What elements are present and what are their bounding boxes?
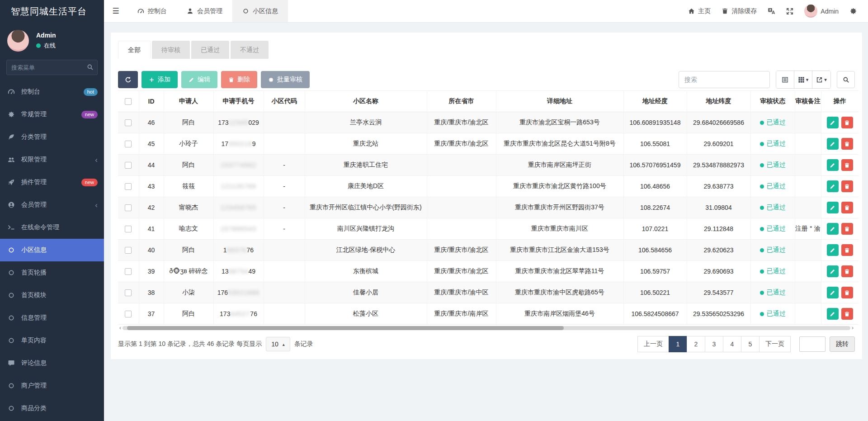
- row-checkbox[interactable]: [125, 311, 132, 317]
- row-checkbox[interactable]: [125, 141, 132, 147]
- row-delete-button[interactable]: [841, 159, 853, 171]
- row-edit-button[interactable]: [827, 287, 839, 298]
- scroll-right-icon[interactable]: ›: [850, 325, 855, 331]
- sidebar-item[interactable]: 首页模块: [0, 284, 104, 307]
- row-delete-button[interactable]: [841, 138, 853, 150]
- select-all-checkbox[interactable]: [125, 98, 132, 105]
- longitude-cell: 108.22674: [623, 197, 687, 218]
- row-edit-button[interactable]: [827, 223, 839, 235]
- row-delete-button[interactable]: [841, 223, 853, 235]
- delete-button[interactable]: 删除: [221, 71, 257, 88]
- sidebar-item[interactable]: 信息管理: [0, 307, 104, 329]
- filter-tab[interactable]: 全部: [118, 41, 151, 59]
- row-edit-button[interactable]: [827, 138, 839, 150]
- latitude-cell: 31.09804: [687, 197, 750, 218]
- export-button[interactable]: ▾: [812, 71, 830, 88]
- row-checkbox[interactable]: [125, 268, 132, 275]
- next-page-button[interactable]: 下一页: [759, 336, 791, 352]
- columns-button[interactable]: ▾: [794, 71, 812, 88]
- sidebar-item[interactable]: 首页轮播: [0, 261, 104, 284]
- detail-view-button[interactable]: [776, 71, 794, 88]
- latitude-cell: 29.690693: [687, 261, 750, 282]
- filter-tab[interactable]: 不通过: [231, 41, 269, 59]
- applicant-cell: 阿白: [164, 240, 213, 261]
- search-toggle-button[interactable]: [837, 71, 855, 88]
- refresh-button[interactable]: [118, 71, 138, 88]
- sidebar-item[interactable]: 单页内容: [0, 329, 104, 352]
- menu-toggle-icon[interactable]: ☰: [104, 0, 127, 22]
- fullscreen-icon[interactable]: [786, 8, 793, 15]
- scrollbar-track[interactable]: [123, 326, 850, 330]
- menu-search-input[interactable]: [6, 60, 98, 75]
- scrollbar-thumb[interactable]: [127, 326, 564, 330]
- page-number-button[interactable]: 4: [723, 336, 741, 352]
- settings-gear-icon[interactable]: [849, 7, 857, 15]
- row-edit-button[interactable]: [827, 308, 839, 320]
- row-delete-button[interactable]: [841, 180, 853, 192]
- row-edit-button[interactable]: [827, 244, 839, 256]
- row-edit-button[interactable]: [827, 265, 839, 277]
- scroll-left-icon[interactable]: ‹: [118, 325, 123, 331]
- filter-tab[interactable]: 已通过: [191, 41, 229, 59]
- status-cell: 已通过: [750, 218, 795, 240]
- row-checkbox[interactable]: [125, 119, 132, 126]
- status-cell: 已通过: [750, 282, 795, 303]
- sidebar-item[interactable]: 评论信息: [0, 352, 104, 374]
- row-delete-button[interactable]: [841, 287, 853, 298]
- page-number-button[interactable]: 2: [687, 336, 705, 352]
- page-number-button[interactable]: 1: [669, 336, 687, 352]
- row-checkbox[interactable]: [125, 226, 132, 232]
- row-checkbox[interactable]: [125, 162, 132, 169]
- sidebar-item[interactable]: 在线命令管理: [0, 216, 104, 239]
- add-button[interactable]: 添加: [142, 71, 178, 88]
- applicant-cell: 喻志文: [164, 218, 213, 240]
- remark-cell: [795, 133, 821, 155]
- sidebar-item[interactable]: 权限管理‹: [0, 148, 104, 171]
- sidebar-item-label: 评论信息: [21, 359, 47, 367]
- page-jump-input[interactable]: [799, 336, 826, 352]
- page-jump-button[interactable]: 跳转: [830, 336, 855, 352]
- prev-page-button[interactable]: 上一页: [637, 336, 669, 352]
- remark-cell: [795, 282, 821, 303]
- sidebar-item[interactable]: 商户管理: [0, 374, 104, 397]
- home-link[interactable]: 主页: [688, 7, 711, 15]
- user-status: 在线: [36, 42, 56, 50]
- filter-tab[interactable]: 待审核: [152, 41, 190, 59]
- row-edit-button[interactable]: [827, 117, 839, 128]
- row-edit-button[interactable]: [827, 159, 839, 171]
- page-number-button[interactable]: 3: [705, 336, 723, 352]
- row-checkbox[interactable]: [125, 183, 132, 190]
- sidebar-item[interactable]: 商品分类: [0, 397, 104, 420]
- sidebar-item[interactable]: 会员管理‹: [0, 194, 104, 216]
- row-delete-button[interactable]: [841, 265, 853, 277]
- page-size-dropdown[interactable]: 10 ▴: [266, 337, 290, 351]
- edit-button[interactable]: 编辑: [181, 71, 217, 88]
- row-checkbox[interactable]: [125, 289, 132, 296]
- sidebar-item[interactable]: 分类管理: [0, 126, 104, 148]
- topbar-tab[interactable]: 控制台: [127, 0, 177, 22]
- topbar-tab[interactable]: 小区信息: [232, 0, 288, 22]
- row-checkbox[interactable]: [125, 247, 132, 254]
- sidebar-item[interactable]: 插件管理new: [0, 171, 104, 194]
- row-checkbox[interactable]: [125, 204, 132, 211]
- translate-icon[interactable]: [768, 7, 775, 15]
- page-number-button[interactable]: 5: [741, 336, 760, 352]
- row-delete-button[interactable]: [841, 117, 853, 128]
- sidebar-item[interactable]: 常规管理new: [0, 103, 104, 126]
- row-edit-button[interactable]: [827, 202, 839, 213]
- clear-cache-button[interactable]: 清除缓存: [722, 7, 757, 15]
- row-edit-button[interactable]: [827, 180, 839, 192]
- row-delete-button[interactable]: [841, 308, 853, 320]
- pencil-icon: [830, 247, 835, 253]
- batch-review-button[interactable]: 批量审核: [261, 71, 310, 88]
- user-menu[interactable]: Admin: [804, 5, 839, 18]
- panel: 全部待审核已通过不通过 添加 编辑 删除 批量审核: [111, 33, 862, 360]
- row-delete-button[interactable]: [841, 202, 853, 213]
- rocket-icon: [7, 179, 15, 186]
- topbar-tab[interactable]: 会员管理: [177, 0, 232, 22]
- sidebar-item[interactable]: 小区信息: [0, 239, 104, 261]
- table-search-input[interactable]: [679, 71, 770, 88]
- sidebar-item-label: 插件管理: [21, 178, 47, 186]
- sidebar-item[interactable]: 控制台hot: [0, 80, 104, 103]
- row-delete-button[interactable]: [841, 244, 853, 256]
